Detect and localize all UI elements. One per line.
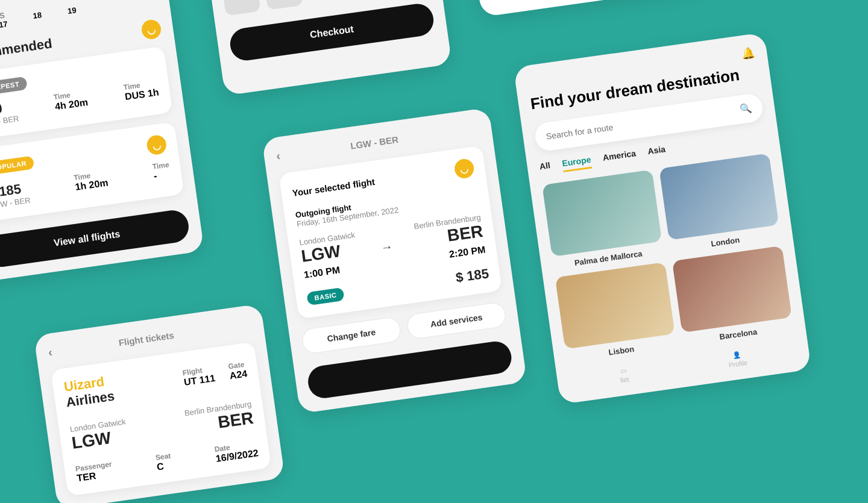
- seat[interactable]: [221, 0, 261, 16]
- cheapest-badge: CHEAPEST: [0, 77, 28, 97]
- day-number: 19: [67, 5, 77, 16]
- destination-image: [542, 170, 662, 257]
- popular-badge: POPULAR: [0, 155, 34, 175]
- section-title: Recommended: [0, 36, 53, 64]
- day-number: 17: [0, 19, 8, 30]
- back-button[interactable]: ‹: [47, 345, 53, 360]
- selected-price: $ 185: [454, 266, 489, 286]
- nav-profile[interactable]: 👤 Profile: [727, 350, 748, 369]
- tab-america[interactable]: America: [602, 148, 637, 166]
- destination-card[interactable]: Barcelona: [672, 246, 794, 346]
- wallet-icon: ▭: [620, 367, 627, 375]
- weekday-label: S: [0, 11, 5, 20]
- search-icon: 🔍: [739, 102, 752, 116]
- add-services-button[interactable]: Add services: [406, 301, 507, 340]
- nav-label: llet: [620, 375, 629, 384]
- destination-card[interactable]: Lisbon: [555, 262, 677, 363]
- tab-europe[interactable]: Europe: [561, 155, 592, 172]
- profile-icon: 👤: [732, 351, 742, 360]
- destination-card[interactable]: Palma de Mallorca: [542, 170, 664, 270]
- layover: -: [153, 169, 171, 182]
- smile-icon: ◡: [146, 134, 168, 156]
- route: LGW - BER: [0, 114, 19, 128]
- ticket-card: Uizard Airlines Flight UT 111 Gate A24 L…: [51, 342, 271, 496]
- back-button[interactable]: ‹: [275, 149, 281, 163]
- destination-card[interactable]: London: [659, 153, 781, 254]
- gate-number: A24: [229, 368, 248, 381]
- destination-image: [659, 153, 779, 240]
- change-fare-button[interactable]: Change fare: [301, 316, 402, 355]
- flight-card[interactable]: POPULAR ◡ $ 185 LGW - BER Time 1h 20m Ti…: [0, 122, 184, 222]
- smile-icon: ◡: [140, 19, 162, 40]
- header-title: LGW - BER: [350, 134, 399, 151]
- tab-asia[interactable]: Asia: [647, 144, 666, 160]
- calendar-day[interactable]: S 17: [0, 4, 19, 36]
- basic-badge: BASIC: [306, 287, 345, 305]
- day-number: 18: [33, 10, 42, 20]
- nav-wallet[interactable]: ▭ llet: [618, 366, 629, 384]
- seat[interactable]: [263, 0, 303, 10]
- destination-image: [672, 246, 792, 333]
- screen-tickets: ‹ Flight tickets Uizard Airlines Flight …: [34, 304, 285, 503]
- screen-splash: SkyPlane Fly anywhere. Start your journe…: [460, 0, 708, 17]
- seat-value: C: [156, 460, 173, 472]
- smile-icon: ◡: [453, 158, 475, 180]
- search-input[interactable]: [546, 105, 740, 142]
- screen-selected-flight: ‹ LGW - BER Your selected flight ◡ Outgo…: [262, 107, 527, 413]
- screen-home: 🔔 Find your dream destination 🔍 All Euro…: [514, 33, 812, 405]
- tab-all[interactable]: All: [539, 160, 552, 175]
- arrow-icon: →: [380, 240, 394, 255]
- bell-icon[interactable]: 🔔: [741, 46, 756, 61]
- selected-flight-card: Your selected flight ◡ Outgoing flight F…: [278, 146, 502, 319]
- header-title: Flight tickets: [118, 330, 175, 348]
- view-all-button[interactable]: View all flights: [0, 208, 190, 269]
- card-title: Your selected flight: [292, 176, 376, 198]
- calendar-day[interactable]: 19: [55, 0, 88, 27]
- screen-recommended: F 16 S 17 18 19 Recommended ◡ CHEAPEST $…: [0, 0, 204, 283]
- calendar-day[interactable]: 18: [21, 0, 54, 31]
- screen-seats: Checkout: [196, 0, 452, 96]
- destination-image: [555, 262, 675, 349]
- nav-label: Profile: [728, 359, 748, 369]
- aisle: [305, 0, 345, 4]
